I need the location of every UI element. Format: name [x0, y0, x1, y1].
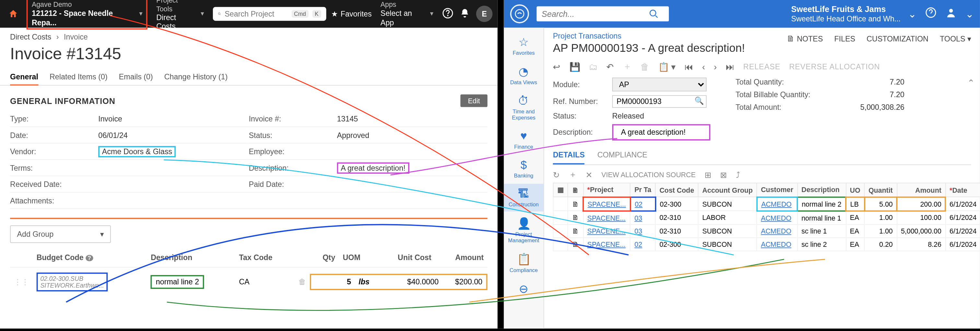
col-amount[interactable]: Amount	[897, 183, 945, 197]
project-link[interactable]: SPACENE...	[587, 214, 625, 221]
undo-icon[interactable]: ↶	[606, 62, 614, 71]
grid-row[interactable]: 🗎SPACENE...0302-310SUBCONACMEDOsc line 1…	[553, 224, 980, 238]
doc-icon[interactable]: 🗎	[568, 196, 583, 211]
col-account-group[interactable]: Account Group	[698, 183, 757, 197]
bell-icon[interactable]	[460, 8, 470, 20]
col-cost-code[interactable]: Cost Code	[655, 183, 698, 197]
lookup-icon[interactable]: 🔍	[695, 96, 704, 105]
module-select[interactable]: AP	[612, 78, 707, 91]
desc-input[interactable]	[617, 127, 705, 138]
col-quantity[interactable]: Quantit	[864, 183, 897, 197]
sidebar-item-data-views[interactable]: ◔Data Views	[504, 61, 544, 89]
delete-icon[interactable]: 🗑	[640, 62, 649, 71]
project-tools-selector[interactable]: Project Tools Direct Costs ▼	[153, 0, 208, 32]
user-avatar[interactable]: E	[476, 5, 493, 22]
user-icon[interactable]	[945, 7, 957, 21]
grid-row[interactable]: 🗎SPACENE...0202-300SUBCONACMEDOnormal li…	[553, 196, 980, 211]
customer-link[interactable]: ACMEDO	[761, 240, 791, 247]
view-allocation-button[interactable]: VIEW ALLOCATION SOURCE	[601, 171, 696, 178]
line-item-row[interactable]: ⋮⋮ 02.02-300.SUBSITEWORK.Earthwo... norm…	[10, 267, 487, 296]
project-link[interactable]: SPACENE...	[587, 200, 626, 207]
col-project-task[interactable]: Pr Ta	[630, 183, 655, 197]
search-box[interactable]	[537, 6, 669, 21]
tools-button[interactable]: TOOLS ▾	[940, 34, 971, 43]
delete-row-icon[interactable]: ✕	[585, 170, 592, 179]
add-group-button[interactable]: Add Group ▾	[10, 225, 111, 243]
notes-button[interactable]: 🗎 NOTES	[786, 34, 823, 43]
grid-row[interactable]: 🗎SPACENE...0302-310LABORACMEDOnormal lin…	[553, 211, 980, 224]
chevron-down-icon[interactable]: ⌄	[908, 8, 916, 20]
search-box[interactable]: Cmd K	[213, 7, 326, 21]
save-icon[interactable]: 💾	[570, 62, 580, 71]
first-icon[interactable]: ⏮	[684, 62, 693, 71]
next-icon[interactable]: ›	[714, 62, 717, 71]
doc-icon[interactable]: 🗎	[568, 211, 583, 224]
tab-compliance[interactable]: COMPLIANCE	[597, 147, 647, 164]
sidebar-item-compliance[interactable]: 📋Compliance	[504, 249, 544, 277]
project-link[interactable]: SPACENE...	[587, 227, 625, 234]
project-task-link[interactable]: 02	[635, 200, 643, 207]
add-icon[interactable]: ＋	[623, 61, 632, 73]
sidebar-item-time-expenses[interactable]: ⏱Time and Expenses	[504, 91, 544, 125]
app-logo-icon[interactable]	[510, 5, 529, 23]
col-date[interactable]: *Date	[946, 183, 980, 197]
tab-general[interactable]: General	[10, 69, 38, 85]
project-task-link[interactable]: 02	[635, 240, 642, 247]
ref-input[interactable]	[612, 95, 707, 108]
col-project[interactable]: *Project	[583, 183, 631, 197]
doc-icon[interactable]: 🗎	[568, 224, 583, 238]
sidebar-item-project-mgmt[interactable]: 👤Project Management	[504, 213, 544, 247]
customer-link[interactable]: ACMEDO	[761, 214, 791, 221]
files-button[interactable]: FILES	[834, 34, 855, 43]
help-icon[interactable]	[925, 7, 937, 21]
back-icon[interactable]: ↩	[553, 62, 560, 71]
tab-emails[interactable]: Emails (0)	[119, 69, 153, 85]
apps-selector[interactable]: Apps Select an App ▼	[377, 0, 437, 28]
customer-link[interactable]: ACMEDO	[761, 227, 791, 234]
project-task-link[interactable]: 03	[635, 227, 642, 234]
refresh-icon[interactable]: ↻	[553, 170, 560, 179]
help-icon[interactable]	[442, 7, 453, 21]
sidebar-item-construction[interactable]: 🏗Construction	[504, 184, 544, 212]
sidebar-item-banking[interactable]: $Banking	[504, 155, 544, 183]
fit-columns-icon[interactable]: ⊞	[705, 170, 711, 179]
chevron-down-icon[interactable]: ⌄	[966, 8, 974, 20]
prev-icon[interactable]: ‹	[702, 62, 705, 71]
tab-change-history[interactable]: Change History (1)	[164, 69, 228, 85]
doc-icon[interactable]: 🗎	[568, 238, 583, 251]
customer-link[interactable]: ACMEDO	[761, 200, 792, 207]
delete-icon[interactable]: 🗑	[299, 277, 306, 286]
col-customer[interactable]: Customer	[757, 183, 797, 197]
last-icon[interactable]: ⏭	[725, 62, 734, 71]
company-selector[interactable]: SweetLife Fruits & Jams SweetLife Head O…	[791, 5, 900, 23]
release-button[interactable]: RELEASE	[743, 62, 780, 71]
project-selector[interactable]: Agave Demo 121212 - Space Needle Repa...…	[27, 0, 148, 30]
sidebar-item-finance[interactable]: ♥Finance	[504, 126, 544, 154]
tab-details[interactable]: DETAILS	[553, 147, 585, 164]
crumb-direct-costs[interactable]: Direct Costs	[10, 33, 51, 41]
project-task-link[interactable]: 03	[635, 214, 642, 221]
project-link[interactable]: SPACENE...	[587, 240, 625, 247]
save-close-icon[interactable]: 🗂	[589, 62, 598, 71]
edit-button[interactable]: Edit	[460, 95, 488, 107]
grid-row[interactable]: 🗎SPACENE...0202-300SUBCONACMEDOsc line 2…	[553, 238, 980, 251]
tab-related-items[interactable]: Related Items (0)	[49, 69, 108, 85]
customization-button[interactable]: CUSTOMIZATION	[867, 34, 929, 43]
col-uom[interactable]: UO	[846, 183, 864, 197]
reverse-allocation-button[interactable]: REVERSE ALLOCATION	[789, 62, 880, 71]
col-description[interactable]: Description	[797, 183, 846, 197]
drag-handle-icon[interactable]: ⋮⋮	[14, 277, 29, 286]
col-selector[interactable]: ▦	[553, 183, 568, 197]
favorites-button[interactable]: ★ Favorites	[331, 10, 372, 18]
search-input[interactable]	[541, 9, 649, 19]
home-icon[interactable]	[5, 5, 22, 23]
help-icon[interactable]: ?	[86, 255, 93, 261]
search-input[interactable]	[224, 10, 288, 18]
sidebar-item-favorites[interactable]: ☆Favorites	[504, 32, 544, 60]
export-icon[interactable]: ⊠	[720, 170, 727, 179]
upload-icon[interactable]: ⤴	[736, 170, 740, 179]
expand-icon[interactable]: ⌃	[967, 78, 975, 87]
sidebar-collapse[interactable]: ⊖	[504, 278, 544, 300]
clipboard-icon[interactable]: 📋 ▾	[658, 62, 676, 71]
add-row-icon[interactable]: ＋	[569, 169, 577, 180]
